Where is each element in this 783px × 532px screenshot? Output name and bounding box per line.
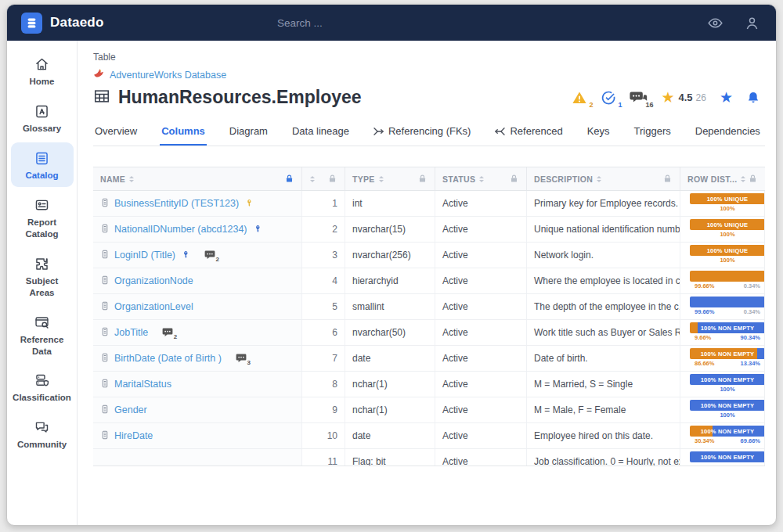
column-name-link[interactable]: JobTitle [114,327,148,338]
distribution-percent: 9.66% [695,334,711,341]
key-icon [254,224,262,235]
table-row[interactable]: BirthDate (Date of Birth )37dateActiveDa… [93,346,765,372]
table-row[interactable]: BusinessEntityID (TEST123)1intActivePrim… [93,191,765,217]
sort-icon [310,176,315,182]
title-badges: 2 1 16 ★ 4.5 26 [572,90,765,106]
distribution-percent: 99.66% [695,308,714,315]
eye-icon[interactable] [707,15,723,31]
tab-referencing-fks[interactable]: Referencing (FKs) [372,118,472,146]
lock-icon[interactable] [662,174,673,184]
approved-badge[interactable]: 1 [601,90,616,106]
sidebar-item-classification[interactable]: Classification [11,365,74,409]
sidebar-item-report-catalog[interactable]: Report Catalog [11,189,74,246]
table-row[interactable]: MaritalStatus8nchar(1)ActiveM = Married,… [93,372,765,397]
column-name-link[interactable]: BusinessEntityID (TEST123) [114,198,239,209]
table-row[interactable]: JobTitle26nvarchar(50)ActiveWork title s… [93,320,765,346]
comment-icon[interactable]: 2 [204,250,215,260]
search-input[interactable]: Search ... [277,17,323,29]
tab-dependencies[interactable]: Dependencies [694,118,762,146]
column-name-link[interactable]: BirthDate (Date of Birth ) [114,353,222,364]
type-cell: nchar(1) [345,397,435,422]
brand[interactable]: Dataedo [21,13,103,34]
catalog-icon [13,149,72,167]
column-header-name[interactable]: NAME [93,167,302,190]
column-name-link[interactable]: Gender [114,404,147,415]
distribution-percent: 86.66% [695,360,714,367]
sidebar-item-reference-data[interactable]: Reference Data [11,307,74,363]
column-header-status[interactable]: STATUS [435,167,527,190]
favorite-badge[interactable]: ★ [720,90,733,105]
column-header-description[interactable]: DESCRIPTION [527,167,680,190]
lock-icon[interactable] [284,174,294,184]
table-row[interactable]: HireDate10dateActiveEmployee hired on th… [93,423,765,449]
table-row[interactable]: 11Flag: bitActiveJob classification. 0 =… [93,449,765,466]
distribution-percentages: 9.66%90.34% [690,334,765,341]
column-name-link[interactable]: NationalIDNumber (abcd1234) [114,224,247,235]
distribution-label: 100% NON EMPTY [690,374,765,385]
column-icon [100,197,110,210]
column-icon [100,326,110,340]
column-name-link[interactable]: MaritalStatus [114,379,171,390]
warnings-badge[interactable]: 2 [572,90,587,106]
rating-badge[interactable]: ★ 4.5 26 [661,90,705,105]
lock-icon[interactable] [748,174,758,184]
table-row[interactable]: OrganizationLevel5smallintActiveThe dept… [93,294,765,320]
subscribe-badge[interactable] [746,90,760,106]
table-row[interactable]: Gender9nchar(1)ActiveM = Male, F = Femal… [93,397,765,423]
column-icon [100,430,110,443]
sidebar-item-catalog[interactable]: Catalog [11,142,74,187]
primary-key-icon [245,198,254,209]
grid-body: BusinessEntityID (TEST123)1intActivePrim… [93,191,765,466]
distribution-percent: 100% [720,231,734,238]
column-name-link[interactable]: OrganizationNode [114,275,193,286]
table-row[interactable]: LoginID (Title)23nvarchar(256)ActiveNetw… [93,243,765,268]
tab-columns[interactable]: Columns [160,118,207,146]
lock-icon[interactable] [327,174,337,184]
type-cell: hierarchyid [345,268,435,293]
description-cell: The depth of the employee in the c... [527,294,680,319]
page-title: HumanResources.Employee [118,87,362,108]
distribution-percent: 13.34% [741,360,760,367]
sidebar-item-label: Home [30,77,55,86]
distribution-percent: 30.34% [695,437,714,444]
column-name-link[interactable]: HireDate [114,430,153,441]
distribution-bar: 100% UNIQUE [690,193,765,204]
comments-badge[interactable]: 16 [630,90,648,106]
tab-label: Triggers [634,125,671,137]
distribution-percent: 100% [720,386,734,393]
report-catalog-icon [13,196,72,214]
column-header-row-distribution[interactable]: ROW DIST... [680,167,765,190]
sidebar-item-community[interactable]: Community [11,412,74,456]
table-row[interactable]: OrganizationNode4hierarchyidActiveWhere … [93,268,765,294]
user-icon[interactable] [744,15,760,31]
sidebar-item-home[interactable]: Home [11,49,74,93]
object-type-label: Table [93,52,765,63]
type-cell: nvarchar(15) [345,217,435,242]
tab-keys[interactable]: Keys [586,118,612,146]
table-row[interactable]: NationalIDNumber (abcd1234)2nvarchar(15)… [93,217,765,243]
tab-referenced[interactable]: Referenced [493,118,564,146]
column-name-link[interactable]: LoginID (Title) [114,250,175,261]
ordinal-cell: 10 [302,423,345,448]
breadcrumb-database-link[interactable]: AdventureWorks Database [110,70,226,81]
column-icon [100,223,110,236]
tab-overview[interactable]: Overview [93,118,139,146]
column-header-ordinal[interactable] [302,167,345,190]
tab-triggers[interactable]: Triggers [633,118,673,146]
reference-data-icon [13,314,72,332]
sidebar-item-glossary[interactable]: Glossary [11,95,74,140]
comment-icon[interactable]: 3 [236,354,247,363]
sidebar-item-subject-areas[interactable]: Subject Areas [11,248,74,304]
screen: Dataedo Search ... Home Glossary [0,0,783,532]
comment-icon[interactable]: 2 [162,328,173,337]
distribution-label: 100% UNIQUE [690,245,765,256]
tab-label: Keys [587,125,610,137]
column-name-link[interactable]: OrganizationLevel [114,301,193,312]
lock-icon[interactable] [509,174,519,184]
distribution-bar: 100% NON EMPTY [690,348,765,359]
column-header-type[interactable]: TYPE [345,167,435,190]
lock-icon[interactable] [417,174,428,184]
tab-diagram[interactable]: Diagram [228,118,269,146]
tab-data-lineage[interactable]: Data lineage [290,118,351,146]
type-cell: date [345,346,435,371]
